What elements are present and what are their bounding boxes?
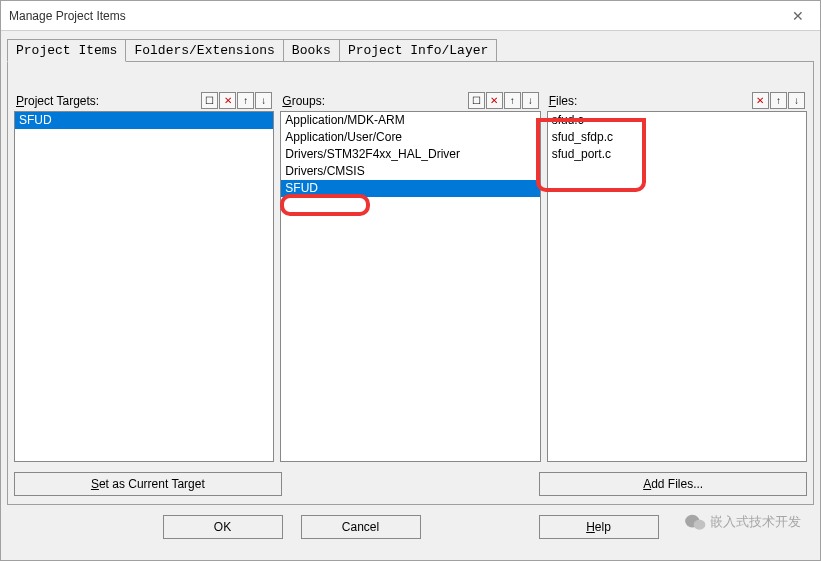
- list-item[interactable]: Application/MDK-ARM: [281, 112, 539, 129]
- move-down-icon[interactable]: ↓: [255, 92, 272, 109]
- tab-folders-extensions[interactable]: Folders/Extensions: [125, 39, 283, 61]
- tab-books[interactable]: Books: [283, 39, 340, 61]
- groups-listbox[interactable]: Application/MDK-ARMApplication/User/Core…: [280, 111, 540, 462]
- add-files-button[interactable]: Add Files...: [539, 472, 807, 496]
- column-toolbar: ☐ ✕ ↑ ↓: [201, 92, 272, 109]
- wechat-icon: [684, 513, 706, 531]
- help-button[interactable]: Help: [539, 515, 659, 539]
- list-item[interactable]: sfud.c: [548, 112, 806, 129]
- files-listbox[interactable]: sfud.csfud_sfdp.csfud_port.c: [547, 111, 807, 462]
- dialog-window: Manage Project Items ✕ Project Items Fol…: [0, 0, 821, 561]
- new-icon[interactable]: ☐: [201, 92, 218, 109]
- columns-area: Project Targets: ☐ ✕ ↑ ↓ SFUD Groups: ☐: [14, 92, 807, 462]
- list-item[interactable]: sfud_sfdp.c: [548, 129, 806, 146]
- watermark: 嵌入式技术开发: [684, 513, 801, 531]
- move-up-icon[interactable]: ↑: [237, 92, 254, 109]
- tab-panel: Project Targets: ☐ ✕ ↑ ↓ SFUD Groups: ☐: [7, 61, 814, 505]
- column-header: Project Targets: ☐ ✕ ↑ ↓: [14, 92, 274, 111]
- list-item[interactable]: SFUD: [15, 112, 273, 129]
- move-down-icon[interactable]: ↓: [522, 92, 539, 109]
- targets-listbox[interactable]: SFUD: [14, 111, 274, 462]
- column-toolbar: ✕ ↑ ↓: [752, 92, 805, 109]
- cancel-button[interactable]: Cancel: [301, 515, 421, 539]
- spacer: [288, 472, 534, 496]
- column-label: Project Targets:: [16, 94, 99, 108]
- delete-icon[interactable]: ✕: [486, 92, 503, 109]
- list-item[interactable]: SFUD: [281, 180, 539, 197]
- close-icon[interactable]: ✕: [775, 1, 820, 31]
- column-label: Groups:: [282, 94, 325, 108]
- tabs: Project Items Folders/Extensions Books P…: [1, 31, 820, 61]
- column-groups: Groups: ☐ ✕ ↑ ↓ Application/MDK-ARMAppli…: [280, 92, 540, 462]
- list-item[interactable]: Drivers/CMSIS: [281, 163, 539, 180]
- column-buttons-row: Set as Current Target Add Files...: [14, 472, 807, 496]
- move-up-icon[interactable]: ↑: [504, 92, 521, 109]
- move-up-icon[interactable]: ↑: [770, 92, 787, 109]
- svg-point-1: [694, 520, 706, 530]
- column-toolbar: ☐ ✕ ↑ ↓: [468, 92, 539, 109]
- move-down-icon[interactable]: ↓: [788, 92, 805, 109]
- tab-project-items[interactable]: Project Items: [7, 39, 126, 62]
- column-files: Files: ✕ ↑ ↓ sfud.csfud_sfdp.csfud_port.…: [547, 92, 807, 462]
- set-as-current-target-button[interactable]: Set as Current Target: [14, 472, 282, 496]
- delete-icon[interactable]: ✕: [752, 92, 769, 109]
- window-title: Manage Project Items: [9, 9, 126, 23]
- column-header: Groups: ☐ ✕ ↑ ↓: [280, 92, 540, 111]
- column-header: Files: ✕ ↑ ↓: [547, 92, 807, 111]
- column-project-targets: Project Targets: ☐ ✕ ↑ ↓ SFUD: [14, 92, 274, 462]
- titlebar: Manage Project Items ✕: [1, 1, 820, 31]
- tab-project-info-layer[interactable]: Project Info/Layer: [339, 39, 497, 61]
- delete-icon[interactable]: ✕: [219, 92, 236, 109]
- list-item[interactable]: sfud_port.c: [548, 146, 806, 163]
- ok-button[interactable]: OK: [163, 515, 283, 539]
- column-label: Files:: [549, 94, 578, 108]
- list-item[interactable]: Application/User/Core: [281, 129, 539, 146]
- new-icon[interactable]: ☐: [468, 92, 485, 109]
- list-item[interactable]: Drivers/STM32F4xx_HAL_Driver: [281, 146, 539, 163]
